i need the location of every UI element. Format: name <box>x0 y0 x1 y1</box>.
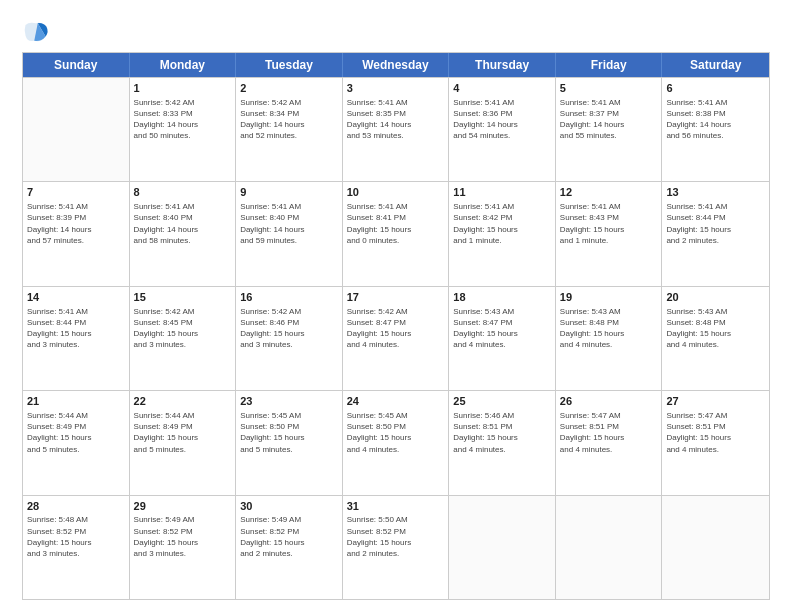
cell-date-number: 26 <box>560 394 658 409</box>
cell-date-number: 3 <box>347 81 445 96</box>
cell-date-number: 7 <box>27 185 125 200</box>
cell-info-text: Sunrise: 5:42 AM Sunset: 8:47 PM Dayligh… <box>347 306 445 351</box>
calendar-cell: 25Sunrise: 5:46 AM Sunset: 8:51 PM Dayli… <box>449 391 556 494</box>
cell-date-number: 31 <box>347 499 445 514</box>
calendar: SundayMondayTuesdayWednesdayThursdayFrid… <box>22 52 770 600</box>
calendar-row: 28Sunrise: 5:48 AM Sunset: 8:52 PM Dayli… <box>23 495 769 599</box>
calendar-cell: 28Sunrise: 5:48 AM Sunset: 8:52 PM Dayli… <box>23 496 130 599</box>
calendar-cell: 12Sunrise: 5:41 AM Sunset: 8:43 PM Dayli… <box>556 182 663 285</box>
cell-date-number: 12 <box>560 185 658 200</box>
cell-info-text: Sunrise: 5:46 AM Sunset: 8:51 PM Dayligh… <box>453 410 551 455</box>
cell-date-number: 19 <box>560 290 658 305</box>
cell-date-number: 24 <box>347 394 445 409</box>
calendar-cell: 7Sunrise: 5:41 AM Sunset: 8:39 PM Daylig… <box>23 182 130 285</box>
calendar-cell: 3Sunrise: 5:41 AM Sunset: 8:35 PM Daylig… <box>343 78 450 181</box>
header-day: Friday <box>556 53 663 77</box>
cell-date-number: 4 <box>453 81 551 96</box>
calendar-cell: 22Sunrise: 5:44 AM Sunset: 8:49 PM Dayli… <box>130 391 237 494</box>
cell-info-text: Sunrise: 5:49 AM Sunset: 8:52 PM Dayligh… <box>134 514 232 559</box>
calendar-cell: 6Sunrise: 5:41 AM Sunset: 8:38 PM Daylig… <box>662 78 769 181</box>
cell-date-number: 9 <box>240 185 338 200</box>
cell-date-number: 13 <box>666 185 765 200</box>
logo <box>22 18 54 46</box>
calendar-cell: 19Sunrise: 5:43 AM Sunset: 8:48 PM Dayli… <box>556 287 663 390</box>
calendar-cell: 21Sunrise: 5:44 AM Sunset: 8:49 PM Dayli… <box>23 391 130 494</box>
header-day: Saturday <box>662 53 769 77</box>
calendar-row: 21Sunrise: 5:44 AM Sunset: 8:49 PM Dayli… <box>23 390 769 494</box>
calendar-cell: 15Sunrise: 5:42 AM Sunset: 8:45 PM Dayli… <box>130 287 237 390</box>
calendar-cell: 16Sunrise: 5:42 AM Sunset: 8:46 PM Dayli… <box>236 287 343 390</box>
cell-date-number: 29 <box>134 499 232 514</box>
cell-info-text: Sunrise: 5:44 AM Sunset: 8:49 PM Dayligh… <box>27 410 125 455</box>
calendar-cell: 1Sunrise: 5:42 AM Sunset: 8:33 PM Daylig… <box>130 78 237 181</box>
cell-info-text: Sunrise: 5:41 AM Sunset: 8:42 PM Dayligh… <box>453 201 551 246</box>
header <box>22 18 770 46</box>
calendar-cell: 14Sunrise: 5:41 AM Sunset: 8:44 PM Dayli… <box>23 287 130 390</box>
cell-info-text: Sunrise: 5:42 AM Sunset: 8:46 PM Dayligh… <box>240 306 338 351</box>
logo-icon <box>22 18 50 46</box>
calendar-cell: 30Sunrise: 5:49 AM Sunset: 8:52 PM Dayli… <box>236 496 343 599</box>
calendar-row: 14Sunrise: 5:41 AM Sunset: 8:44 PM Dayli… <box>23 286 769 390</box>
calendar-cell: 9Sunrise: 5:41 AM Sunset: 8:40 PM Daylig… <box>236 182 343 285</box>
calendar-cell: 29Sunrise: 5:49 AM Sunset: 8:52 PM Dayli… <box>130 496 237 599</box>
cell-info-text: Sunrise: 5:41 AM Sunset: 8:40 PM Dayligh… <box>240 201 338 246</box>
calendar-cell <box>662 496 769 599</box>
calendar-header: SundayMondayTuesdayWednesdayThursdayFrid… <box>23 53 769 77</box>
cell-info-text: Sunrise: 5:48 AM Sunset: 8:52 PM Dayligh… <box>27 514 125 559</box>
cell-info-text: Sunrise: 5:45 AM Sunset: 8:50 PM Dayligh… <box>240 410 338 455</box>
cell-info-text: Sunrise: 5:45 AM Sunset: 8:50 PM Dayligh… <box>347 410 445 455</box>
calendar-cell: 5Sunrise: 5:41 AM Sunset: 8:37 PM Daylig… <box>556 78 663 181</box>
cell-date-number: 14 <box>27 290 125 305</box>
cell-date-number: 11 <box>453 185 551 200</box>
calendar-cell: 4Sunrise: 5:41 AM Sunset: 8:36 PM Daylig… <box>449 78 556 181</box>
header-day: Monday <box>130 53 237 77</box>
calendar-cell: 20Sunrise: 5:43 AM Sunset: 8:48 PM Dayli… <box>662 287 769 390</box>
cell-date-number: 30 <box>240 499 338 514</box>
cell-date-number: 23 <box>240 394 338 409</box>
cell-info-text: Sunrise: 5:47 AM Sunset: 8:51 PM Dayligh… <box>560 410 658 455</box>
cell-info-text: Sunrise: 5:41 AM Sunset: 8:44 PM Dayligh… <box>27 306 125 351</box>
cell-info-text: Sunrise: 5:41 AM Sunset: 8:39 PM Dayligh… <box>27 201 125 246</box>
cell-date-number: 18 <box>453 290 551 305</box>
calendar-cell: 8Sunrise: 5:41 AM Sunset: 8:40 PM Daylig… <box>130 182 237 285</box>
cell-date-number: 17 <box>347 290 445 305</box>
header-day: Tuesday <box>236 53 343 77</box>
cell-info-text: Sunrise: 5:41 AM Sunset: 8:37 PM Dayligh… <box>560 97 658 142</box>
calendar-cell <box>23 78 130 181</box>
cell-info-text: Sunrise: 5:41 AM Sunset: 8:38 PM Dayligh… <box>666 97 765 142</box>
cell-date-number: 27 <box>666 394 765 409</box>
cell-info-text: Sunrise: 5:43 AM Sunset: 8:48 PM Dayligh… <box>560 306 658 351</box>
cell-date-number: 1 <box>134 81 232 96</box>
cell-info-text: Sunrise: 5:42 AM Sunset: 8:33 PM Dayligh… <box>134 97 232 142</box>
calendar-cell: 17Sunrise: 5:42 AM Sunset: 8:47 PM Dayli… <box>343 287 450 390</box>
cell-info-text: Sunrise: 5:43 AM Sunset: 8:48 PM Dayligh… <box>666 306 765 351</box>
cell-date-number: 8 <box>134 185 232 200</box>
cell-date-number: 5 <box>560 81 658 96</box>
calendar-row: 7Sunrise: 5:41 AM Sunset: 8:39 PM Daylig… <box>23 181 769 285</box>
header-day: Wednesday <box>343 53 450 77</box>
header-day: Thursday <box>449 53 556 77</box>
cell-date-number: 16 <box>240 290 338 305</box>
calendar-cell: 31Sunrise: 5:50 AM Sunset: 8:52 PM Dayli… <box>343 496 450 599</box>
cell-date-number: 6 <box>666 81 765 96</box>
calendar-cell: 13Sunrise: 5:41 AM Sunset: 8:44 PM Dayli… <box>662 182 769 285</box>
cell-date-number: 28 <box>27 499 125 514</box>
calendar-body: 1Sunrise: 5:42 AM Sunset: 8:33 PM Daylig… <box>23 77 769 599</box>
calendar-cell: 18Sunrise: 5:43 AM Sunset: 8:47 PM Dayli… <box>449 287 556 390</box>
cell-date-number: 20 <box>666 290 765 305</box>
calendar-cell: 24Sunrise: 5:45 AM Sunset: 8:50 PM Dayli… <box>343 391 450 494</box>
cell-date-number: 22 <box>134 394 232 409</box>
cell-date-number: 21 <box>27 394 125 409</box>
cell-info-text: Sunrise: 5:41 AM Sunset: 8:35 PM Dayligh… <box>347 97 445 142</box>
calendar-cell: 11Sunrise: 5:41 AM Sunset: 8:42 PM Dayli… <box>449 182 556 285</box>
cell-info-text: Sunrise: 5:47 AM Sunset: 8:51 PM Dayligh… <box>666 410 765 455</box>
calendar-cell: 23Sunrise: 5:45 AM Sunset: 8:50 PM Dayli… <box>236 391 343 494</box>
cell-info-text: Sunrise: 5:41 AM Sunset: 8:40 PM Dayligh… <box>134 201 232 246</box>
cell-info-text: Sunrise: 5:41 AM Sunset: 8:43 PM Dayligh… <box>560 201 658 246</box>
calendar-cell <box>556 496 663 599</box>
cell-info-text: Sunrise: 5:41 AM Sunset: 8:44 PM Dayligh… <box>666 201 765 246</box>
calendar-row: 1Sunrise: 5:42 AM Sunset: 8:33 PM Daylig… <box>23 77 769 181</box>
cell-info-text: Sunrise: 5:43 AM Sunset: 8:47 PM Dayligh… <box>453 306 551 351</box>
cell-date-number: 2 <box>240 81 338 96</box>
cell-info-text: Sunrise: 5:41 AM Sunset: 8:36 PM Dayligh… <box>453 97 551 142</box>
